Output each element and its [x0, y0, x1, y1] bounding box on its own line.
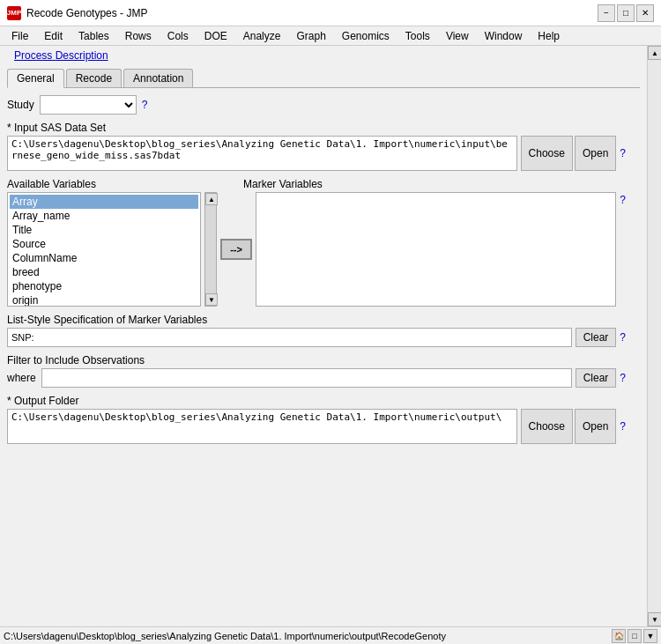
window-controls: − □ ✕ [598, 4, 654, 22]
list-spec-input-row: Clear ? [7, 328, 626, 347]
available-var-item[interactable]: ColumnName [10, 251, 198, 265]
vars-scroll-down[interactable]: ▼ [205, 293, 218, 306]
input-sas-open-button[interactable]: Open [575, 136, 616, 171]
marker-vars-label: Marker Variables [243, 178, 323, 190]
right-scrollbar: ▲ ▼ [647, 46, 661, 626]
available-var-item[interactable]: phenotype [10, 279, 198, 293]
minimize-button[interactable]: − [598, 4, 615, 22]
app-icon: JMP [7, 6, 21, 20]
status-text: C:\Users\dagenu\Desktop\blog_series\Anal… [4, 631, 608, 641]
status-home-button[interactable]: 🏠 [612, 629, 626, 643]
output-folder-buttons: Choose Open ? [521, 409, 626, 444]
menu-item-help[interactable]: Help [530, 27, 568, 45]
available-vars-label: Available Variables [7, 178, 201, 190]
marker-vars-area [256, 192, 616, 307]
variables-section: Available Variables Marker Variables Arr… [7, 178, 626, 307]
menu-item-tables[interactable]: Tables [71, 27, 117, 45]
output-folder-group: * Output Folder Choose Open ? [7, 395, 626, 444]
input-sas-buttons: Choose Open ? [521, 136, 626, 171]
close-button[interactable]: ✕ [636, 4, 654, 22]
filter-label: Filter to Include Observations [7, 354, 626, 366]
status-arrow-button[interactable]: ▼ [643, 629, 657, 643]
input-sas-group: * Input SAS Data Set Choose Open ? [7, 122, 626, 171]
status-square-button[interactable]: □ [628, 629, 642, 643]
form-area: Study ? * Input SAS Data Set Choose Open… [0, 88, 633, 451]
study-label: Study [7, 99, 34, 111]
tab-bar: General Recode Annotation [7, 69, 640, 88]
vars-scroll-up[interactable]: ▲ [205, 193, 218, 205]
output-folder-open-button[interactable]: Open [575, 409, 616, 444]
move-to-marker-button[interactable]: --> [220, 239, 252, 260]
maximize-button[interactable]: □ [617, 4, 635, 22]
filter-row: Filter to Include Observations where Cle… [7, 354, 626, 388]
menu-item-genomics[interactable]: Genomics [334, 27, 397, 45]
list-spec-label: List-Style Specification of Marker Varia… [7, 314, 626, 326]
available-vars-inner: ArrayArray_nameTitleSourceColumnNamebree… [8, 193, 200, 307]
list-spec-input[interactable] [7, 328, 572, 347]
available-var-item[interactable]: origin [10, 293, 198, 307]
vars-headers: Available Variables Marker Variables [7, 178, 626, 190]
app-window: JMP Recode Genotypes - JMP − □ ✕ FileEdi… [0, 0, 661, 644]
filter-where-row: where Clear ? [7, 368, 626, 388]
arrow-btn-center: --> [220, 192, 252, 307]
input-sas-choose-button[interactable]: Choose [521, 136, 573, 171]
output-folder-row: Choose Open ? [7, 409, 626, 444]
filter-help-link[interactable]: ? [620, 372, 626, 384]
available-var-item[interactable]: breed [10, 265, 198, 279]
scroll-down-button[interactable]: ▼ [648, 612, 661, 626]
available-var-item[interactable]: Array_name [10, 209, 198, 223]
available-var-item[interactable]: Array [10, 195, 198, 209]
vars-body: ArrayArray_nameTitleSourceColumnNamebree… [7, 192, 626, 307]
study-help-link[interactable]: ? [142, 99, 148, 111]
menu-item-cols[interactable]: Cols [160, 27, 197, 45]
study-select[interactable] [40, 95, 137, 115]
input-sas-path[interactable] [7, 136, 517, 171]
tab-general[interactable]: General [7, 69, 64, 88]
available-vars-listbox[interactable]: ArrayArray_nameTitleSourceColumnNamebree… [7, 192, 201, 307]
list-spec-help-link[interactable]: ? [620, 331, 626, 344]
list-spec-row: List-Style Specification of Marker Varia… [7, 314, 626, 347]
marker-vars-help-link[interactable]: ? [620, 192, 626, 206]
status-icons: 🏠 □ ▼ [612, 629, 657, 643]
tabs-container: General Recode Annotation [0, 63, 647, 88]
input-sas-row: Choose Open ? [7, 136, 626, 171]
study-row: Study ? [7, 95, 626, 115]
tab-annotation[interactable]: Annotation [123, 69, 193, 87]
menu-item-rows[interactable]: Rows [117, 27, 160, 45]
title-bar: JMP Recode Genotypes - JMP − □ ✕ [0, 0, 661, 26]
menu-item-window[interactable]: Window [477, 27, 531, 45]
filter-input[interactable] [41, 368, 572, 388]
menu-bar: FileEditTablesRowsColsDOEAnalyzeGraphGen… [0, 26, 661, 46]
tab-recode[interactable]: Recode [66, 69, 122, 87]
available-var-item[interactable]: Title [10, 223, 198, 237]
menu-item-tools[interactable]: Tools [397, 27, 438, 45]
filter-clear-button[interactable]: Clear [576, 368, 617, 388]
window-title: Recode Genotypes - JMP [26, 7, 598, 19]
output-folder-path[interactable] [7, 409, 517, 444]
menu-item-file[interactable]: File [4, 27, 36, 45]
process-description-link[interactable]: Process Description [7, 46, 115, 65]
menu-item-graph[interactable]: Graph [288, 27, 333, 45]
menu-item-edit[interactable]: Edit [36, 27, 71, 45]
menu-item-analyze[interactable]: Analyze [235, 27, 289, 45]
where-label: where [7, 372, 36, 384]
output-folder-label: * Output Folder [7, 395, 626, 407]
vars-scroll-track [205, 205, 216, 293]
scroll-up-button[interactable]: ▲ [648, 46, 661, 60]
output-folder-help-link[interactable]: ? [618, 420, 626, 433]
available-var-item[interactable]: Source [10, 237, 198, 251]
input-sas-label: * Input SAS Data Set [7, 122, 626, 134]
output-folder-choose-button[interactable]: Choose [521, 409, 573, 444]
list-spec-clear-button[interactable]: Clear [576, 328, 617, 347]
menu-item-doe[interactable]: DOE [197, 27, 235, 45]
input-sas-help-link[interactable]: ? [618, 147, 626, 159]
menu-item-view[interactable]: View [438, 27, 477, 45]
available-vars-scrollbar: ▲ ▼ [204, 192, 217, 307]
scroll-track [648, 60, 661, 612]
status-bar: C:\Users\dagenu\Desktop\blog_series\Anal… [0, 626, 661, 644]
marker-vars-box[interactable] [256, 192, 616, 307]
main-scroll-area: Process Description General Recode Annot… [0, 46, 647, 626]
